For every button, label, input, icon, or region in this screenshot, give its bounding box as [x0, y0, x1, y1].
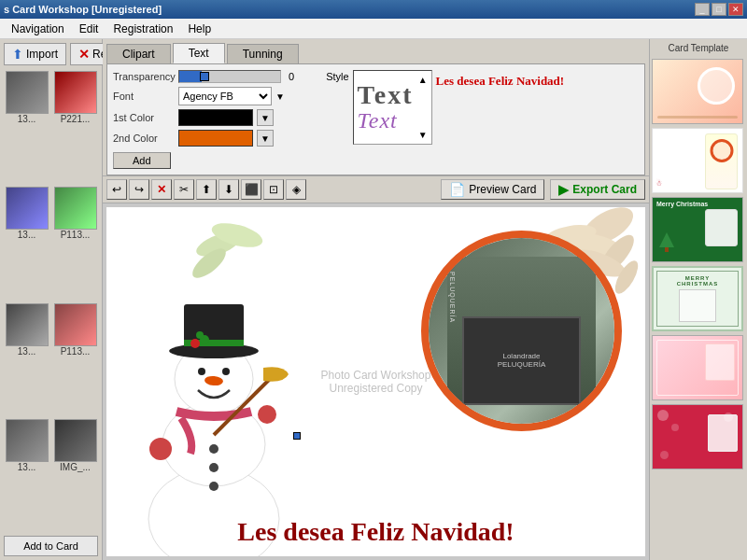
- add-to-card-button[interactable]: Add to Card: [4, 536, 98, 556]
- template-item[interactable]: [652, 59, 743, 124]
- tab-clipart[interactable]: Clipart: [106, 44, 171, 63]
- color1-row: 1st Color ▼: [113, 109, 349, 126]
- watermark-line2: Unregistered Copy: [321, 382, 431, 395]
- import-button[interactable]: ⬆ Import: [4, 43, 66, 65]
- preview-icon: 📄: [449, 182, 465, 197]
- list-item[interactable]: 13...: [4, 419, 49, 532]
- tool8-button[interactable]: ⊡: [263, 179, 284, 200]
- svg-rect-29: [665, 247, 669, 252]
- redo-button[interactable]: ↪: [129, 179, 149, 200]
- thumbnail-image[interactable]: [54, 303, 97, 346]
- preview-card-button[interactable]: 📄 Preview Card: [441, 179, 544, 200]
- list-item[interactable]: IMG_...: [52, 419, 98, 532]
- thumbnail-label: IMG_...: [60, 462, 91, 472]
- vertical-text: PELUQUERÍA: [449, 272, 456, 323]
- thumbnail-label: P113...: [61, 346, 91, 357]
- maximize-button[interactable]: □: [712, 3, 726, 16]
- template-tree-icon: [657, 231, 676, 257]
- list-item[interactable]: P113...: [52, 303, 98, 416]
- photo-content: LolandradePELUQUERÍA PELUQUERÍA: [429, 238, 614, 424]
- text-preview-inner: Text Text: [358, 82, 418, 133]
- list-item[interactable]: 13...: [4, 71, 49, 184]
- tool5-button[interactable]: ⬆: [196, 179, 217, 200]
- export-label: Export Card: [572, 183, 637, 196]
- card-greeting: Les desea Feliz Navidad!: [237, 517, 514, 547]
- right-panel-title: Card Template: [652, 41, 745, 55]
- color1-dropdown[interactable]: ▼: [257, 109, 274, 126]
- font-select[interactable]: Agency FB Arial Times New Roman: [178, 87, 272, 105]
- template-item[interactable]: MERRY CHRISTMAS: [652, 266, 743, 331]
- snowman-image: [125, 267, 303, 556]
- list-item[interactable]: P113...: [52, 187, 98, 300]
- tool7-button[interactable]: ⬛: [241, 179, 261, 200]
- delete-button[interactable]: ✕: [151, 179, 172, 200]
- transparency-slider[interactable]: [178, 70, 281, 83]
- thumbnail-image[interactable]: [54, 187, 97, 230]
- minimize-button[interactable]: _: [695, 3, 710, 16]
- template-item[interactable]: [652, 404, 743, 469]
- scroll-arrows: ▲ ▼: [418, 75, 428, 140]
- thumbnail-image[interactable]: [54, 419, 97, 462]
- text-preview-container: Text Text ▲ ▼: [349, 70, 432, 169]
- cut-button[interactable]: ✂: [174, 179, 194, 200]
- thumbnail-image[interactable]: [6, 187, 49, 230]
- toolbar-right: 📄 Preview Card ▶ Export Card: [441, 179, 645, 200]
- menu-help[interactable]: Help: [180, 21, 218, 37]
- title-bar-buttons: _ □ ✕: [695, 3, 743, 16]
- template-text: Merry Christmas: [656, 201, 708, 207]
- thumbnail-image[interactable]: [6, 71, 49, 114]
- font-row: Font Agency FB Arial Times New Roman ▼: [113, 87, 349, 105]
- scroll-up-arrow[interactable]: ▲: [418, 75, 428, 85]
- template-item[interactable]: Merry Christmas: [652, 197, 743, 262]
- color2-control: ▼: [178, 130, 349, 147]
- style-label: Style: [326, 71, 348, 82]
- font-dropdown-arrow[interactable]: ▼: [275, 91, 285, 102]
- menu-navigation[interactable]: Navigation: [4, 21, 72, 37]
- selection-handle[interactable]: [293, 432, 301, 440]
- thumbnail-label: P221...: [61, 114, 91, 124]
- left-panel: ⬆ Import ✕ Remove 13... P221... 13...: [0, 39, 103, 560]
- list-item[interactable]: P221...: [52, 71, 98, 184]
- tabs-area: Clipart Text Tunning: [103, 39, 649, 63]
- title-bar-text: s Card Workshop [Unregistered]: [4, 4, 162, 15]
- menu-edit[interactable]: Edit: [72, 21, 106, 37]
- tool6-button[interactable]: ⬇: [218, 179, 239, 200]
- font-control: Agency FB Arial Times New Roman ▼: [178, 87, 349, 105]
- add-text-button[interactable]: Add: [113, 152, 171, 169]
- list-item[interactable]: 13...: [4, 187, 49, 300]
- tool9-button[interactable]: ◈: [286, 179, 306, 200]
- menu-registration[interactable]: Registration: [106, 21, 180, 37]
- font-label: Font: [113, 91, 178, 102]
- scroll-down-arrow[interactable]: ▼: [418, 130, 428, 140]
- close-button[interactable]: ✕: [728, 3, 743, 16]
- center-panel: Clipart Text Tunning Transparency: [103, 39, 649, 560]
- title-bar: s Card Workshop [Unregistered] _ □ ✕: [0, 0, 747, 19]
- thumbnail-image[interactable]: [6, 303, 49, 346]
- greeting-text: Les desea Feliz Navidad!: [432, 70, 639, 92]
- undo-button[interactable]: ↩: [106, 179, 127, 200]
- template-item[interactable]: ☃: [652, 128, 743, 193]
- thumbnail-label: 13...: [18, 346, 35, 357]
- canvas-area: LolandradePELUQUERÍA PELUQUERÍA Photo Ca…: [103, 203, 649, 560]
- thumbnail-image[interactable]: [6, 419, 49, 462]
- transparency-row: Transparency 0 Style: [113, 70, 349, 83]
- card-canvas: LolandradePELUQUERÍA PELUQUERÍA Photo Ca…: [106, 207, 645, 556]
- props-top-row: Transparency 0 Style Font: [113, 70, 639, 169]
- svg-point-21: [209, 482, 218, 491]
- import-icon: ⬆: [12, 47, 23, 62]
- color2-swatch[interactable]: [178, 130, 253, 147]
- svg-point-26: [149, 438, 172, 460]
- list-item[interactable]: 13...: [4, 303, 49, 416]
- color1-control: ▼: [178, 109, 349, 126]
- thumbnail-label: 13...: [18, 114, 35, 124]
- color1-swatch[interactable]: [178, 109, 253, 126]
- tab-tunning[interactable]: Tunning: [227, 44, 299, 63]
- export-card-button[interactable]: ▶ Export Card: [550, 179, 645, 200]
- template-item[interactable]: [652, 335, 743, 400]
- svg-point-27: [258, 405, 276, 424]
- color2-dropdown[interactable]: ▼: [257, 130, 274, 147]
- tab-text[interactable]: Text: [173, 43, 225, 63]
- properties-panel: Transparency 0 Style Font: [106, 63, 645, 175]
- thumbnail-image[interactable]: [54, 71, 97, 114]
- import-label: Import: [26, 48, 58, 61]
